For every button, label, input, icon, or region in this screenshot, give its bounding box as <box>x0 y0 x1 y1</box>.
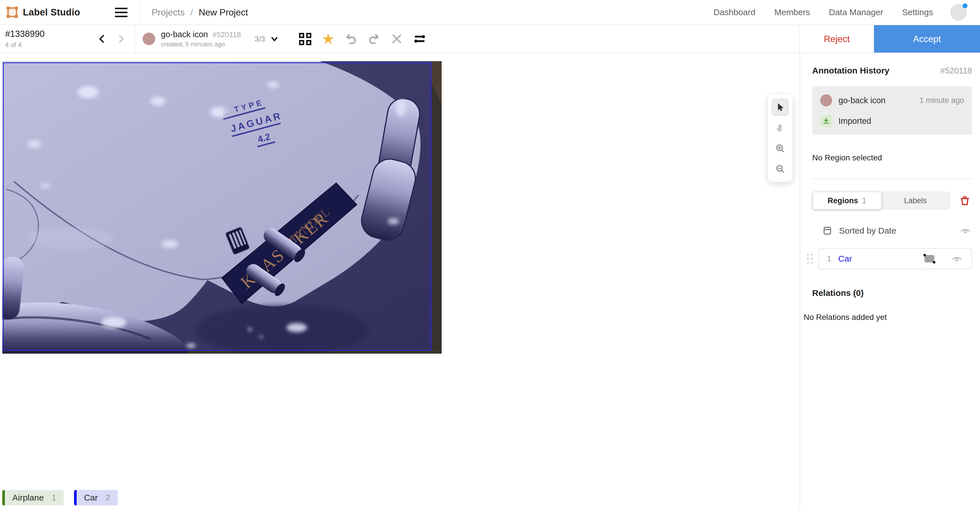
header-divider <box>140 0 140 25</box>
relations-title: Relations (0) <box>812 288 972 298</box>
breadcrumb: Projects / New Project <box>151 7 248 18</box>
annotator-avatar <box>143 33 155 45</box>
tab-regions[interactable]: Regions 1 <box>813 192 881 209</box>
trash-icon <box>960 195 970 206</box>
history-timestamp: 1 minute ago <box>920 96 964 105</box>
nav-data-manager[interactable]: Data Manager <box>829 8 883 17</box>
ground-truth-star-icon[interactable]: ★ <box>320 31 336 47</box>
history-row-user: go-back icon 1 minute ago <box>820 94 964 106</box>
no-region-selected-text: No Region selected <box>812 153 972 162</box>
toolbar-spacer <box>427 25 799 52</box>
region-label-car: Car <box>838 254 852 264</box>
nav-dashboard[interactable]: Dashboard <box>714 8 756 17</box>
task-image-car-photo[interactable]: E TYPE JAGUAR 4.2 HANDEL KLASSIKER KLASS… <box>2 61 442 354</box>
user-avatar[interactable] <box>950 4 967 21</box>
breadcrumb-projects[interactable]: Projects <box>151 7 185 18</box>
annotation-history-title: Annotation History <box>812 66 889 75</box>
task-id: #1338990 <box>5 29 97 39</box>
prev-task-button[interactable] <box>97 34 107 44</box>
cursor-icon <box>775 102 785 112</box>
annotation-index: 3/3 <box>255 35 265 43</box>
toggle-all-regions-visibility-button[interactable] <box>959 224 972 237</box>
nav-settings[interactable]: Settings <box>902 8 933 17</box>
region-card-car[interactable]: 1 Car <box>818 248 972 269</box>
panel-annotation-id: #520118 <box>940 66 972 75</box>
annotation-created: created, 5 minutes ago <box>161 41 241 48</box>
undo-icon[interactable] <box>344 31 359 47</box>
sort-order-icon <box>822 226 832 235</box>
label-chip-car[interactable]: Car 2 <box>74 490 118 505</box>
history-card[interactable]: go-back icon 1 minute ago Imported <box>812 86 972 135</box>
delete-all-regions-button[interactable] <box>958 194 972 208</box>
nav-members[interactable]: Members <box>774 8 810 17</box>
drag-handle-icon[interactable] <box>807 254 813 264</box>
annotation-canvas[interactable]: E TYPE JAGUAR 4.2 HANDEL KLASSIKER KLASS… <box>0 53 800 510</box>
eye-icon <box>951 253 962 264</box>
task-nav-arrows <box>97 34 135 44</box>
region-list-item-car: 1 Car <box>812 248 972 269</box>
label-chip-airplane[interactable]: Airplane 1 <box>2 490 64 505</box>
regions-labels-switch-row: Regions 1 Labels <box>812 192 972 210</box>
tab-regions-label: Regions <box>827 196 858 205</box>
side-panel: Annotation History #520118 go-back icon … <box>800 53 980 510</box>
reset-icon[interactable] <box>389 31 404 47</box>
breadcrumb-current[interactable]: New Project <box>199 7 248 18</box>
label-name: Airplane <box>12 493 44 502</box>
annotation-name: go-back icon <box>161 30 208 39</box>
notification-dot <box>963 3 967 8</box>
annotation-selector[interactable]: go-back icon #520118 created, 5 minutes … <box>135 25 279 52</box>
task-meta: #1338990 4 of 4 <box>5 29 97 49</box>
zoom-out-tool[interactable] <box>772 160 789 177</box>
next-task-button[interactable] <box>116 34 126 44</box>
region-sort-row[interactable]: Sorted by Date <box>812 224 972 237</box>
car-region-bounding-box[interactable] <box>3 62 431 351</box>
regions-labels-segmented-control: Regions 1 Labels <box>812 192 950 210</box>
annotation-dropdown-caret-icon[interactable] <box>270 34 279 44</box>
history-imported-label: Imported <box>838 116 871 126</box>
tab-regions-count: 1 <box>862 196 866 205</box>
region-index: 1 <box>827 254 831 263</box>
grid-icon-glyph <box>299 33 311 45</box>
history-row-imported: Imported <box>820 115 964 127</box>
hand-icon <box>775 122 785 133</box>
label-legend: Airplane 1 Car 2 <box>2 490 118 505</box>
tab-labels[interactable]: Labels <box>881 192 950 209</box>
eye-icon <box>960 225 971 236</box>
history-user-avatar <box>820 94 832 106</box>
zoom-out-icon <box>775 164 785 174</box>
annotation-actions: ★ <box>298 25 427 52</box>
panel-divider <box>812 178 972 179</box>
reject-button[interactable]: Reject <box>799 25 874 52</box>
relations-empty-text: No Relations added yet <box>803 313 972 322</box>
breadcrumb-separator: / <box>190 7 193 18</box>
app-header: Label Studio Projects / New Project Dash… <box>0 0 980 25</box>
zoom-in-tool[interactable] <box>772 140 789 157</box>
settings-sliders-icon[interactable] <box>412 31 427 47</box>
sort-label: Sorted by Date <box>839 226 896 235</box>
rectangle-region-icon <box>924 255 934 262</box>
history-user-name: go-back icon <box>838 96 885 105</box>
brand-name: Label Studio <box>23 7 80 18</box>
move-select-tool[interactable] <box>772 99 789 116</box>
task-progress: 4 of 4 <box>5 41 97 49</box>
label-studio-logo-icon <box>6 6 18 18</box>
pan-tool[interactable] <box>772 119 789 136</box>
tab-labels-label: Labels <box>904 196 927 205</box>
grid-view-icon[interactable] <box>298 31 313 47</box>
tool-palette <box>768 94 792 182</box>
brand: Label Studio <box>6 6 80 18</box>
annotation-id: #520118 <box>212 30 241 39</box>
annotation-toolbar: #1338990 4 of 4 go-back icon #520118 cre… <box>0 25 980 53</box>
main-area: E TYPE JAGUAR 4.2 HANDEL KLASSIKER KLASS… <box>0 53 980 510</box>
label-name: Car <box>84 493 98 502</box>
top-navigation: Dashboard Members Data Manager Settings <box>714 4 980 21</box>
redo-icon[interactable] <box>366 31 382 47</box>
accept-button[interactable]: Accept <box>874 25 980 52</box>
imported-download-icon <box>820 115 832 127</box>
annotation-meta: go-back icon #520118 created, 5 minutes … <box>161 30 241 48</box>
zoom-in-icon <box>775 143 785 154</box>
hamburger-menu-icon[interactable] <box>115 6 127 19</box>
label-hotkey: 2 <box>106 493 110 502</box>
toggle-region-visibility-button[interactable] <box>950 252 963 265</box>
star-icon: ★ <box>321 32 335 46</box>
